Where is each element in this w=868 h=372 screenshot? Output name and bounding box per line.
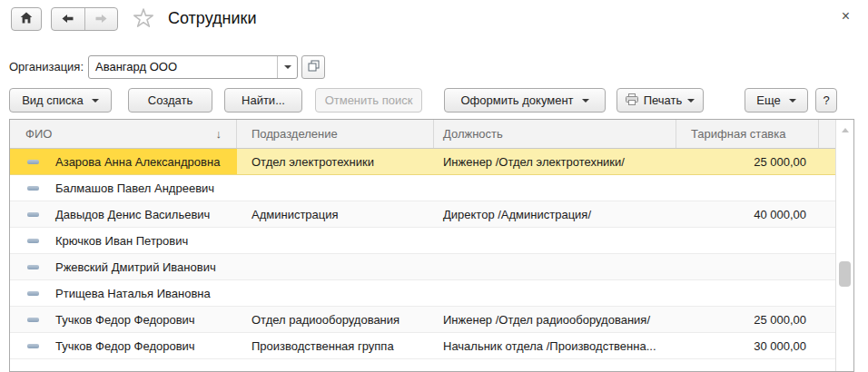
list-toolbar: Вид списка Создать Найти... Отменить пои… bbox=[0, 88, 868, 113]
table-row[interactable]: Ртищева Наталья Ивановна bbox=[10, 280, 835, 307]
item-dash-icon bbox=[27, 291, 39, 296]
open-list-icon bbox=[308, 60, 320, 74]
nav-history-group bbox=[51, 7, 118, 31]
employee-name: Азарова Анна Александровна bbox=[55, 155, 220, 169]
cell-fio: Балмашов Павел Андреевич bbox=[10, 175, 237, 201]
sort-descending-icon: ↓ bbox=[216, 127, 222, 141]
employees-table: ФИО ↓ Подразделение Должность Тарифная с… bbox=[9, 119, 854, 372]
column-label: Подразделение bbox=[252, 127, 338, 141]
help-label: ? bbox=[823, 93, 829, 107]
cell-filler bbox=[819, 280, 835, 306]
back-button[interactable] bbox=[52, 8, 85, 30]
column-header-filler bbox=[819, 120, 835, 148]
cell-fio: Тучков Федор Федорович bbox=[10, 307, 237, 332]
cell-filler bbox=[819, 254, 835, 279]
cell-rate bbox=[676, 254, 819, 279]
cell-fio: Давыдов Денис Васильевич bbox=[10, 201, 237, 227]
help-button[interactable]: ? bbox=[815, 88, 837, 113]
employee-name: Тучков Федор Федорович bbox=[55, 313, 195, 327]
org-choose-button[interactable] bbox=[301, 55, 325, 79]
cell-position: Директор /Администрация/ bbox=[434, 201, 676, 227]
cell-position bbox=[434, 228, 676, 253]
org-value: Авангард ООО bbox=[89, 56, 277, 78]
cell-fio: Тучков Федор Федорович bbox=[10, 333, 237, 358]
table-row[interactable]: Тучков Федор ФедоровичОтдел радиооборудо… bbox=[10, 307, 835, 333]
create-button[interactable]: Создать bbox=[128, 88, 212, 113]
cell-position bbox=[434, 280, 676, 306]
chevron-down-icon bbox=[284, 65, 291, 69]
back-arrow-icon bbox=[62, 13, 74, 26]
column-header-rate[interactable]: Тарифная ставка bbox=[676, 120, 819, 148]
home-button[interactable] bbox=[11, 7, 42, 31]
table-row[interactable]: Балмашов Павел Андреевич bbox=[10, 175, 835, 201]
more-label: Еще bbox=[756, 93, 780, 107]
employee-name: Балмашов Павел Андреевич bbox=[55, 181, 214, 195]
employee-name: Давыдов Денис Васильевич bbox=[55, 208, 210, 221]
cell-department bbox=[237, 228, 434, 253]
make-document-button[interactable]: Оформить документ bbox=[444, 88, 606, 113]
cell-department: Производственная группа bbox=[237, 333, 434, 358]
employee-name: Крючков Иван Петрович bbox=[55, 234, 188, 248]
cancel-search-button[interactable]: Отменить поиск bbox=[315, 88, 422, 113]
item-dash-icon bbox=[27, 186, 39, 191]
item-dash-icon bbox=[27, 318, 39, 322]
cell-rate bbox=[676, 228, 819, 253]
cell-position bbox=[434, 254, 676, 279]
cell-department bbox=[237, 280, 434, 306]
employees-window: Сотрудники × Организация: Авангард ООО В… bbox=[0, 0, 868, 372]
cell-rate: 40 000,00 bbox=[676, 201, 819, 227]
home-icon bbox=[20, 12, 33, 26]
employee-name: Тучков Федор Федорович bbox=[55, 339, 195, 353]
table-row[interactable]: Ржевский Дмитрий Иванович bbox=[10, 254, 835, 280]
column-label: ФИО bbox=[25, 127, 52, 141]
vertical-scrollbar[interactable] bbox=[835, 120, 853, 371]
cell-filler bbox=[819, 307, 835, 332]
cell-position bbox=[434, 175, 676, 201]
cell-filler bbox=[819, 333, 835, 358]
column-label: Тарифная ставка bbox=[691, 127, 785, 141]
table-row[interactable]: Тучков Федор ФедоровичПроизводственная г… bbox=[10, 333, 835, 359]
cell-fio: Ртищева Наталья Ивановна bbox=[10, 280, 237, 306]
item-dash-icon bbox=[27, 160, 39, 164]
table-header: ФИО ↓ Подразделение Должность Тарифная с… bbox=[10, 120, 835, 149]
forward-arrow-icon bbox=[95, 13, 107, 26]
chevron-down-icon bbox=[687, 99, 695, 103]
column-header-fio[interactable]: ФИО ↓ bbox=[10, 120, 237, 148]
print-button[interactable]: Печать bbox=[616, 88, 704, 113]
cell-fio: Ржевский Дмитрий Иванович bbox=[10, 254, 237, 279]
item-dash-icon bbox=[27, 239, 39, 243]
column-header-department[interactable]: Подразделение bbox=[237, 120, 434, 148]
table-row[interactable]: Давыдов Денис ВасильевичАдминистрацияДир… bbox=[10, 201, 835, 228]
forward-button[interactable] bbox=[85, 8, 118, 30]
scroll-up-icon[interactable] bbox=[842, 128, 849, 132]
favorite-star-icon[interactable] bbox=[133, 8, 154, 30]
org-dropdown-button[interactable] bbox=[277, 56, 297, 78]
cancel-search-label: Отменить поиск bbox=[325, 93, 413, 107]
cell-department bbox=[237, 175, 434, 201]
cell-fio: Азарова Анна Александровна bbox=[10, 149, 237, 174]
cell-rate bbox=[676, 280, 819, 306]
more-button[interactable]: Еще bbox=[745, 88, 808, 113]
table-row[interactable]: Крючков Иван Петрович bbox=[10, 228, 835, 254]
item-dash-icon bbox=[27, 265, 39, 269]
find-label: Найти... bbox=[242, 93, 285, 107]
print-label: Печать bbox=[644, 93, 683, 107]
cell-department: Отдел электротехники bbox=[237, 149, 434, 174]
cell-position: Начальник отдела /Производственна... bbox=[434, 333, 676, 358]
cell-rate: 25 000,00 bbox=[676, 149, 819, 174]
cell-department: Отдел радиооборудования bbox=[237, 307, 434, 332]
table-body: Азарова Анна АлександровнаОтдел электрот… bbox=[10, 149, 835, 359]
table-row[interactable]: Азарова Анна АлександровнаОтдел электрот… bbox=[10, 149, 835, 175]
cell-rate: 25 000,00 bbox=[676, 307, 819, 332]
org-combobox[interactable]: Авангард ООО bbox=[88, 55, 298, 79]
create-label: Создать bbox=[148, 93, 192, 107]
view-list-button[interactable]: Вид списка bbox=[9, 88, 112, 113]
scrollbar-thumb[interactable] bbox=[839, 261, 851, 287]
column-header-position[interactable]: Должность bbox=[434, 120, 676, 148]
table-main: ФИО ↓ Подразделение Должность Тарифная с… bbox=[10, 120, 835, 371]
chevron-down-icon bbox=[582, 99, 589, 103]
close-icon[interactable]: × bbox=[842, 9, 850, 24]
employee-name: Ртищева Наталья Ивановна bbox=[55, 287, 211, 300]
find-button[interactable]: Найти... bbox=[224, 88, 302, 113]
employee-name: Ржевский Дмитрий Иванович bbox=[55, 260, 216, 274]
